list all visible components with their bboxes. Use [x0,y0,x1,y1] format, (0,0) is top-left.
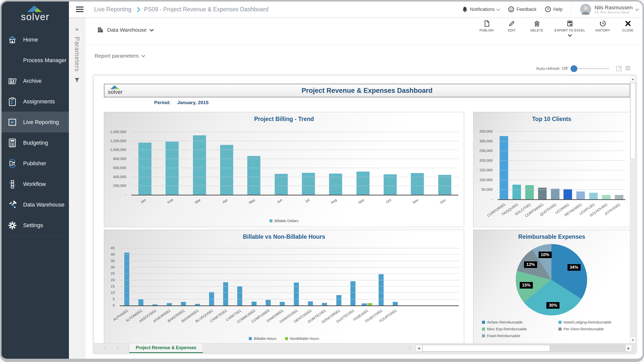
bar-group [525,131,534,199]
gridline [120,273,459,274]
toolbar-actions: PUBLISH EDIT DELETE X EXPORT TO EXCEL [479,20,635,36]
notifications-button[interactable]: Notifications [462,6,500,12]
chart-title: Reimbursable Expenses [473,233,630,240]
bar [564,189,572,199]
category-slot: FOURT0001 [388,248,402,305]
user-menu[interactable]: Nils Rasmussen 13. Pro Services Demo [580,4,638,15]
trash-icon [534,20,540,27]
vertical-scrollbar[interactable]: ▲ ▼ [630,75,636,344]
scroll-right-button[interactable]: ▶ [625,345,632,351]
y-tick-label: 30 [111,265,115,269]
toolbar-button-label: HISTORY [595,29,610,32]
y-tick-label: 35 [111,259,115,263]
category-slot: May [240,132,267,195]
bar-group [237,248,242,305]
y-tick-label: 40 [111,252,115,256]
sidebar-item-budgeting[interactable]: Budgeting [2,132,69,153]
pop-out-icon[interactable] [616,65,622,72]
logo-text: solver [21,12,49,22]
breadcrumb-live-reporting[interactable]: Live Reporting [94,6,131,13]
bar [356,172,370,195]
horizontal-scrollbar[interactable]: ◀ ▶ [415,345,632,352]
sidebar-item-settings[interactable]: Settings [2,215,69,235]
bar [302,173,315,195]
chart-title: Top 10 Clients [473,116,630,123]
bar [362,303,367,305]
bar-group [538,131,547,199]
scroll-up-button[interactable]: ▲ [630,76,636,83]
bar-group [195,248,200,305]
y-tick-label: 100,000 [479,178,493,182]
horizontal-scroll-thumb[interactable] [422,345,550,351]
pie-slice-label: 15% [520,282,533,289]
next-sheet-button[interactable]: › [117,345,118,351]
pie-slice-label: 34% [568,264,581,271]
chart-title: Billable vs Non-Billable Hours [104,233,464,240]
category-slot: CANETE001 [219,248,233,305]
toolbar-button-label: PUBLISH [479,29,494,32]
category-slot: Sep [349,132,377,195]
sidebar-item-archive[interactable]: Archive [2,70,69,91]
help-icon: ? [545,6,551,12]
bar-group [329,132,342,195]
bar [411,173,424,195]
warehouse-icon [97,27,104,33]
feedback-button[interactable]: Feedback [508,6,536,12]
sidebar-item-label: Process Manager [23,57,66,64]
vertical-scroll-thumb[interactable] [630,83,635,159]
category-slot: BAKER0001 [176,248,190,305]
sidebar-item-live-reporting[interactable]: Live Reporting [2,112,69,132]
legend-swatch [558,321,561,324]
legend-item: Billable Hours [249,337,276,341]
sidebar-item-data-warehouse[interactable]: Data Warehouse [2,194,69,215]
sheet-tab-navigation: ‹ › [94,343,129,353]
menu-toggle-icon[interactable] [76,5,84,13]
bar-group [124,248,129,305]
history-button[interactable]: HISTORY [595,20,610,36]
publish-button[interactable]: PUBLISH [479,20,494,36]
slider-knob[interactable] [571,65,577,72]
delete-button[interactable]: DELETE [529,20,544,36]
y-tick-label: 600,000 [113,166,126,170]
splitter-handle-icon[interactable]: ⋮ [407,347,412,349]
toolbar-button-label: DELETE [531,29,543,32]
report-parameters-label: Report parameters [95,53,139,59]
legend-swatch [482,321,485,324]
sidebar-item-home[interactable]: Home [2,29,69,50]
help-button[interactable]: ? Help [545,6,562,12]
export-to-excel-button[interactable]: X EXPORT TO EXCEL [554,20,585,36]
sidebar-item-assignments[interactable]: Assignments [2,91,69,112]
gridline [498,170,625,170]
period-label: Period: [154,100,171,105]
expand-rail-icon[interactable]: » [75,26,78,33]
sidebar-item-workflow[interactable]: Workflow [2,174,69,194]
edit-button[interactable]: EDIT [504,20,519,36]
category-slot: LEXIPL001 [587,131,600,199]
report-parameters-toggle[interactable]: Report parameters [95,53,145,59]
bar [512,185,521,199]
auto-refresh-slider[interactable] [572,68,609,69]
data-source-dropdown[interactable]: Data Warehouse [97,27,153,33]
scroll-left-button[interactable]: ◀ [416,345,422,351]
bar [384,174,397,195]
bar [589,193,598,199]
sidebar-item-process-manager[interactable]: Process Manager [2,50,69,70]
prev-sheet-button[interactable]: ‹ [104,345,106,351]
y-tick-label: - [125,193,126,197]
sheet-tab-project-revenue[interactable]: Project Revenue & Expenses [129,343,203,353]
grid-view-icon[interactable] [625,65,631,72]
scroll-down-button[interactable]: ▼ [630,337,636,343]
excel-icon: X [567,20,573,27]
toolbar-button-label: EDIT [508,29,515,32]
legend-swatch [269,219,272,222]
category-slot: BLUEQU001 [205,248,219,305]
gridline [120,286,459,287]
bar-group [152,248,157,305]
sidebar-item-publisher[interactable]: Publisher [2,153,69,174]
bar-group [266,248,271,305]
parameters-rail[interactable]: » Parameters [69,17,85,359]
close-button[interactable]: CLOSE [620,20,635,36]
category-slot: DUOTEC001 [346,248,360,305]
x-axis-label: Nov [412,198,419,205]
gridline [131,150,458,150]
